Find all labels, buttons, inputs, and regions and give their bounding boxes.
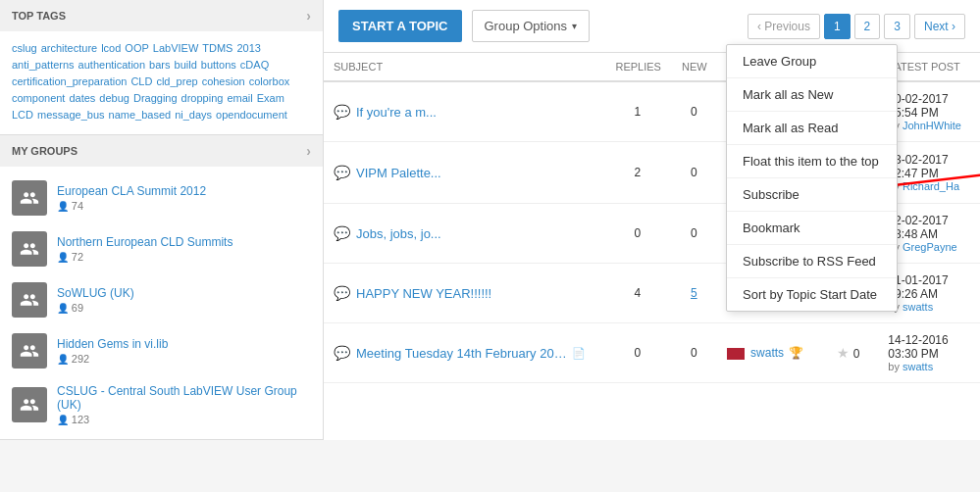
page-3-button[interactable]: 3	[884, 14, 910, 39]
next-button[interactable]: Next ›	[914, 14, 965, 39]
topic-icon: 💬	[334, 345, 350, 361]
group-icon-2	[12, 282, 47, 318]
replies-count: 0	[635, 346, 642, 360]
tag-item[interactable]: CLD	[130, 75, 152, 87]
my-groups-chevron-icon[interactable]: ›	[306, 143, 311, 159]
latest-date: 11-01-2017	[888, 273, 970, 287]
dropdown-item[interactable]: Bookmark	[727, 212, 897, 245]
replies-cell: 4	[604, 264, 671, 323]
tags-container: cslugarchitecturelcodOOPLabVIEWTDMS2013a…	[0, 31, 323, 134]
tag-item[interactable]: certification_preparation	[12, 75, 127, 87]
tag-item[interactable]: colorbox	[249, 75, 290, 87]
group-item[interactable]: European CLA Summit 2012 74	[0, 172, 323, 223]
dropdown-item[interactable]: Subscribe	[727, 178, 897, 212]
latest-author[interactable]: swatts	[903, 361, 933, 372]
topic-title[interactable]: Jobs, jobs, jo...	[356, 226, 441, 241]
star-icon[interactable]: ★	[837, 345, 850, 361]
tag-item[interactable]: authentication	[78, 59, 146, 71]
tag-item[interactable]: buttons	[201, 59, 236, 71]
group-members: 123	[57, 414, 311, 425]
dropdown-item[interactable]: Float this item to the top	[727, 145, 897, 178]
prev-button[interactable]: ‹ Previous	[748, 14, 820, 39]
topic-icon: 💬	[334, 285, 350, 301]
dropdown-item[interactable]: Mark all as New	[727, 78, 897, 112]
tag-item[interactable]: architecture	[41, 42, 97, 54]
group-item[interactable]: SoWLUG (UK) 69	[0, 274, 323, 325]
tag-item[interactable]: Exam	[257, 92, 284, 104]
tag-item[interactable]: cohesion	[202, 75, 245, 87]
latest-time: 12:47 PM	[888, 167, 970, 180]
tag-item[interactable]: TDMS	[202, 42, 232, 54]
tag-item[interactable]: OOP	[125, 42, 148, 54]
latest-author[interactable]: JohnHWhite	[903, 120, 961, 131]
tag-item[interactable]: LabVIEW	[153, 42, 198, 54]
latest-by: by JohnHWhite	[888, 120, 970, 131]
tag-item[interactable]: name_based	[109, 109, 172, 121]
topic-title[interactable]: If you're a m...	[356, 105, 437, 120]
tag-item[interactable]: lcod	[101, 42, 121, 54]
tag-item[interactable]: build	[175, 59, 197, 71]
author-flag-icon	[727, 348, 745, 360]
kudos-count: 0	[853, 347, 860, 361]
topic-title[interactable]: Meeting Tuesday 14th February 2017 12:00…	[356, 346, 572, 361]
group-options-button[interactable]: Group Options ▾	[472, 10, 591, 42]
top-tags-chevron-icon[interactable]: ›	[306, 8, 311, 24]
topic-title[interactable]: HAPPY NEW YEAR!!!!!!	[356, 286, 491, 301]
group-item[interactable]: Hidden Gems in vi.lib 292	[0, 325, 323, 376]
tag-item[interactable]: bars	[149, 59, 170, 71]
group-icon-4	[12, 387, 47, 422]
topic-icon: 💬	[334, 165, 350, 180]
top-tags-label: TOP TAGS	[12, 10, 66, 22]
dropdown-item[interactable]: Sort by Topic Start Date	[727, 278, 897, 311]
my-groups-label: MY GROUPS	[12, 145, 77, 157]
latest-author[interactable]: Richard_Ha	[903, 180, 959, 192]
group-item[interactable]: Northern European CLD Summits 72	[0, 223, 323, 274]
tag-item[interactable]: cDAQ	[240, 59, 269, 71]
group-options-label: Group Options	[485, 19, 568, 33]
new-count: 0	[691, 166, 697, 179]
group-item[interactable]: CSLUG - Central South LabVIEW User Group…	[0, 376, 323, 433]
new-cell: 0	[671, 204, 717, 264]
replies-count: 4	[635, 286, 642, 300]
dropdown-item[interactable]: Subscribe to RSS Feed	[727, 245, 897, 278]
tag-item[interactable]: email	[227, 92, 252, 104]
group-info: European CLA Summit 2012 74	[57, 184, 206, 212]
topic-title[interactable]: VIPM Palette...	[356, 166, 441, 180]
replies-cell: 0	[604, 204, 671, 264]
latest-author[interactable]: GregPayne	[903, 241, 957, 253]
tag-item[interactable]: ni_days	[175, 109, 212, 121]
latest-time: 05:54 PM	[888, 106, 970, 120]
tag-item[interactable]: opendocument	[216, 109, 287, 121]
new-count: 0	[691, 226, 697, 240]
group-icon-1	[12, 231, 47, 267]
tag-item[interactable]: message_bus	[37, 109, 105, 121]
latest-author[interactable]: swatts	[903, 301, 933, 313]
dropdown-item[interactable]: Leave Group	[727, 45, 897, 78]
latest-by: by Richard_Ha	[888, 180, 970, 192]
tag-item[interactable]: component	[12, 92, 65, 104]
dropdown-item[interactable]: Mark all as Read	[727, 112, 897, 145]
tag-item[interactable]: debug	[99, 92, 129, 104]
tag-item[interactable]: Dragging	[133, 92, 178, 104]
group-info: SoWLUG (UK) 69	[57, 286, 134, 314]
tag-item[interactable]: dropping	[181, 92, 224, 104]
tag-item[interactable]: anti_patterns	[12, 59, 75, 71]
group-icon-3	[12, 333, 47, 369]
tag-item[interactable]: cslug	[12, 42, 37, 54]
tag-item[interactable]: dates	[69, 92, 95, 104]
new-cell: 0	[671, 142, 717, 204]
latest-time: 03:30 PM	[888, 347, 970, 361]
author-name[interactable]: swatts	[750, 346, 784, 360]
tag-item[interactable]: LCD	[12, 109, 33, 121]
replies-cell: 2	[604, 142, 671, 204]
new-cell: 5	[671, 264, 717, 323]
page-2-button[interactable]: 2	[854, 14, 881, 39]
new-count[interactable]: 5	[691, 286, 697, 300]
latest-time: 09:26 AM	[888, 287, 970, 301]
new-cell: 0	[671, 323, 717, 383]
group-info: CSLUG - Central South LabVIEW User Group…	[57, 384, 311, 425]
page-1-button[interactable]: 1	[824, 14, 851, 39]
tag-item[interactable]: 2013	[236, 42, 260, 54]
start-topic-button[interactable]: START A TOPIC	[338, 10, 462, 42]
tag-item[interactable]: cld_prep	[156, 75, 197, 87]
